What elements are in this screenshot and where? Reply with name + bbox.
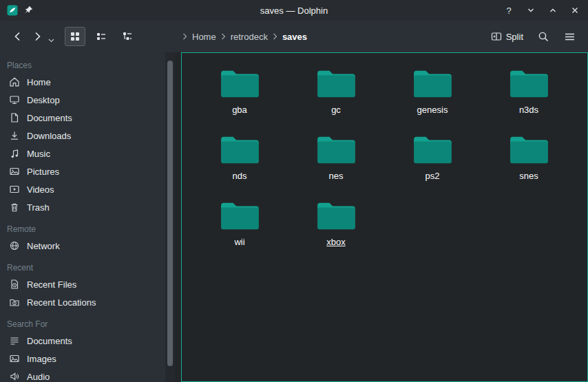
sidebar-item-label: Trash [27,202,50,213]
sidebar-item-documents[interactable]: Documents [0,109,165,127]
folder-item-xbox[interactable]: xbox [288,199,384,265]
back-button[interactable] [8,26,28,47]
folder-label: ps2 [426,171,440,181]
sidebar-item-label: Videos [27,184,54,195]
breadcrumb-item-retrodeck[interactable]: retrodeck [231,32,268,42]
hamburger-menu-button[interactable] [559,26,580,47]
download-icon [9,130,20,141]
history-dropdown-icon[interactable] [47,26,55,47]
folder-icon [315,133,357,167]
folder-icon [411,133,454,167]
folder-label: nds [233,171,247,181]
folder-label: gba [232,105,247,115]
folder-icon [411,67,454,101]
network-globe-icon [9,240,20,251]
music-note-icon [9,148,20,159]
breadcrumb-chevron-icon [221,33,226,40]
section-header-places: Places [0,58,165,73]
folder-icon [507,67,550,101]
sidebar-item-label: Network [27,241,60,251]
icons-view-button[interactable] [65,27,85,46]
forward-button[interactable] [28,26,47,47]
sidebar-item-network[interactable]: Network [0,237,165,255]
split-icon [491,31,502,42]
folder-item-nes[interactable]: nes [288,133,384,199]
clock-folder-icon [9,297,20,308]
sidebar-item-recent-locations[interactable]: Recent Locations [0,293,165,311]
folder-item-snes[interactable]: snes [481,133,577,199]
sidebar-item-label: Recent Files [27,279,76,290]
section-header-remote: Remote [0,222,165,237]
pin-icon[interactable] [23,5,34,16]
sidebar-item-desktop[interactable]: Desktop [0,91,165,109]
sidebar-item-label: Pictures [27,167,59,177]
section-header-search-for: Search For [0,317,165,332]
folder-item-gc[interactable]: gc [288,67,384,133]
folder-icon [218,67,261,101]
sidebar-item-videos[interactable]: Videos [0,180,165,198]
sidebar-item-label: Desktop [27,95,60,105]
sidebar-item-label: Home [27,77,51,87]
close-button[interactable] [567,3,582,18]
sidebar-item-home[interactable]: Home [0,73,165,91]
help-button[interactable]: ? [501,3,516,18]
folder-label: xbox [326,237,345,247]
clock-document-icon [9,279,20,290]
folder-icon [315,67,357,101]
sidebar-item-recent-files[interactable]: Recent Files [0,275,165,293]
breadcrumb-item-saves[interactable]: saves [282,32,307,42]
sidebar-item-label: Documents [27,113,72,123]
trash-icon [9,202,20,213]
search-button[interactable] [533,26,554,47]
folder-item-wii[interactable]: wii [191,199,288,265]
folder-item-n3ds[interactable]: n3ds [481,67,577,133]
sidebar-item-label: Music [27,149,50,159]
folder-icon [218,133,261,167]
sidebar-item-downloads[interactable]: Downloads [0,127,165,145]
breadcrumb-item-home[interactable]: Home [192,32,216,42]
desktop-icon [9,94,20,105]
folder-label: nes [329,171,344,181]
document-icon [9,112,20,123]
folder-grid: gba gc genesis n3ds nds nes [191,67,577,265]
folder-item-nds[interactable]: nds [191,133,288,199]
sidebar-item-pictures[interactable]: Pictures [0,162,165,180]
breadcrumb-chevron-icon [182,33,187,40]
sidebar-item-search-images[interactable]: Images [0,350,165,368]
maximize-button[interactable] [545,3,560,18]
minimize-button[interactable] [523,3,538,18]
view-mode-group [65,27,138,46]
folder-label: n3ds [519,105,538,115]
folder-icon [507,133,550,167]
dolphin-window: saves — Dolphin ? [0,0,588,382]
folder-icon [315,199,357,233]
section-header-recent: Recent [0,260,165,275]
folder-icon [218,199,261,233]
sidebar-scrollbar-track[interactable] [165,52,175,382]
sidebar-item-label: Documents [27,336,72,346]
sidebar-item-search-audio[interactable]: Audio [0,368,165,382]
video-icon [9,184,20,195]
window-title: saves — Dolphin [0,6,588,16]
places-panel: Places Home Desktop Documents Downloads … [0,52,165,382]
sidebar-item-search-documents[interactable]: Documents [0,332,165,350]
sidebar-scrollbar-thumb[interactable] [167,61,173,366]
split-button[interactable]: Split [487,26,527,47]
folder-item-genesis[interactable]: genesis [384,67,481,133]
sidebar-item-trash[interactable]: Trash [0,198,165,216]
speaker-icon [9,371,20,382]
sidebar-item-label: Audio [27,372,50,382]
toolbar: Home retrodeck saves Split [0,21,588,52]
tree-view-button[interactable] [117,27,138,46]
folder-label: genesis [417,105,448,115]
folder-label: wii [234,237,244,247]
sidebar-item-label: Recent Locations [27,297,96,308]
details-view-button[interactable] [91,27,112,46]
folder-item-gba[interactable]: gba [191,67,288,133]
folder-view[interactable]: gba gc genesis n3ds nds nes [181,52,588,382]
titlebar: saves — Dolphin ? [0,0,588,21]
folder-label: gc [331,105,341,115]
sidebar-item-music[interactable]: Music [0,145,165,162]
folder-item-ps2[interactable]: ps2 [384,133,481,199]
text-lines-icon [9,335,20,346]
